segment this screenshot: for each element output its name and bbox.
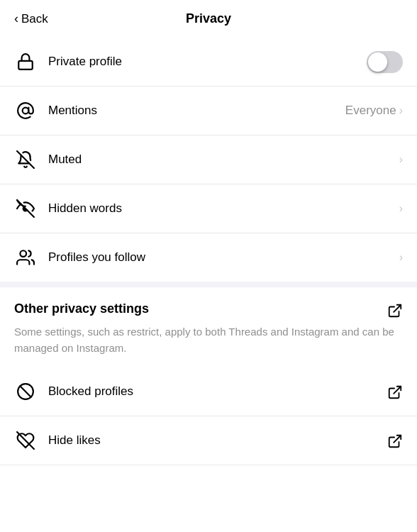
muted-chevron-icon: › xyxy=(399,153,403,166)
private-profile-toggle[interactable] xyxy=(367,51,403,73)
svg-line-5 xyxy=(394,305,401,312)
page-title: Privacy xyxy=(186,11,231,26)
hide-likes-icon xyxy=(14,429,37,452)
mentions-label: Mentions xyxy=(48,104,345,118)
back-chevron-icon: ‹ xyxy=(14,11,18,26)
mentions-chevron-icon: › xyxy=(399,104,403,117)
svg-line-7 xyxy=(20,386,30,397)
muted-bell-icon xyxy=(14,148,37,171)
hide-likes-label: Hide likes xyxy=(48,433,387,448)
blocked-icon xyxy=(14,380,37,403)
back-button[interactable]: ‹ Back xyxy=(14,9,48,29)
profiles-follow-item[interactable]: Profiles you follow › xyxy=(0,233,417,282)
other-privacy-header: Other privacy settings xyxy=(0,287,417,324)
private-profile-label: Private profile xyxy=(48,55,367,69)
svg-rect-0 xyxy=(18,61,33,70)
mentions-item[interactable]: Mentions Everyone › xyxy=(0,87,417,135)
hidden-words-chevron-icon: › xyxy=(399,202,403,215)
blocked-external-icon xyxy=(387,384,403,400)
other-privacy-external-icon xyxy=(387,303,403,318)
blocked-profiles-item[interactable]: Blocked profiles xyxy=(0,367,417,416)
hidden-words-label: Hidden words xyxy=(48,201,399,216)
svg-line-2 xyxy=(17,151,34,168)
profiles-follow-label: Profiles you follow xyxy=(48,250,399,265)
muted-item[interactable]: Muted › xyxy=(0,135,417,184)
svg-point-4 xyxy=(20,250,26,257)
lock-icon xyxy=(14,50,37,73)
at-icon xyxy=(14,99,37,122)
other-privacy-title: Other privacy settings xyxy=(14,301,149,316)
private-profile-item[interactable]: Private profile xyxy=(0,38,417,87)
section-divider xyxy=(0,282,417,287)
profiles-icon xyxy=(14,246,37,269)
settings-list: Private profile Mentions Everyone › xyxy=(0,38,417,282)
svg-point-1 xyxy=(23,108,29,114)
back-label: Back xyxy=(21,12,48,26)
svg-line-8 xyxy=(394,387,401,394)
blocked-profiles-label: Blocked profiles xyxy=(48,384,387,399)
profiles-follow-chevron-icon: › xyxy=(399,251,403,264)
other-privacy-description: Some settings, such as restrict, apply t… xyxy=(0,324,417,367)
hide-likes-external-icon xyxy=(387,433,403,449)
muted-label: Muted xyxy=(48,153,399,167)
page-header: ‹ Back Privacy xyxy=(0,0,417,38)
hide-likes-item[interactable]: Hide likes xyxy=(0,416,417,465)
svg-line-10 xyxy=(394,436,401,443)
hidden-words-icon xyxy=(14,197,37,220)
mentions-value: Everyone xyxy=(345,104,396,118)
hidden-words-item[interactable]: Hidden words › xyxy=(0,184,417,233)
